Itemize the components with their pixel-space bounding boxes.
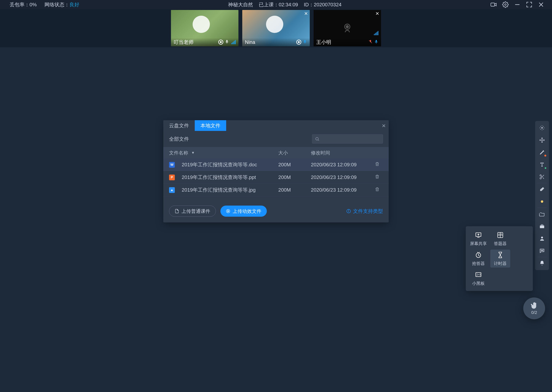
svg-text:A: A (499, 233, 500, 235)
upload-plain-button[interactable]: 上传普通课件 (169, 206, 216, 217)
timer-icon (496, 251, 504, 259)
close-icon[interactable]: × (382, 122, 386, 129)
quiz-icon: AB (496, 231, 504, 239)
col-header-name[interactable]: 文件名称▼ (169, 150, 278, 156)
toolbox-tool[interactable] (536, 220, 548, 232)
filetype-icon: ▲ (169, 187, 175, 193)
settings-icon[interactable] (502, 1, 509, 8)
tools-popup: 屏幕共享 AB 答题器 抢答器 计时器 2+3 小黑板 (466, 226, 533, 291)
color-tool[interactable] (536, 196, 548, 208)
file-size: 200M (278, 187, 311, 193)
right-tool-rail (535, 121, 549, 270)
tab-local-files[interactable]: 本地文件 (195, 120, 226, 131)
mic-icon (225, 39, 229, 45)
move-tool[interactable] (536, 134, 548, 146)
svg-rect-26 (541, 224, 543, 225)
col-header-time[interactable]: 修改时间 (311, 150, 371, 156)
col-header-size[interactable]: 大小 (278, 150, 311, 156)
text-tool[interactable] (536, 159, 548, 171)
svg-point-17 (349, 210, 349, 210)
filetype-icon: P (169, 175, 175, 180)
svg-rect-25 (540, 225, 544, 228)
eraser-tool[interactable] (536, 183, 548, 196)
search-icon (315, 137, 320, 141)
svg-line-22 (543, 177, 544, 179)
network-status: 网络状态：良好 (44, 1, 79, 8)
file-size: 200M (278, 162, 311, 168)
close-icon[interactable]: × (376, 10, 379, 16)
svg-rect-5 (227, 43, 227, 43)
file-name: 2019年工作汇报情况查询等等.jpg (182, 187, 256, 193)
svg-point-20 (540, 178, 541, 179)
files-tool[interactable] (536, 208, 548, 220)
tool-blackboard[interactable]: 2+3 小黑板 (468, 269, 488, 287)
upload-animated-button[interactable]: 上传动效文件 (220, 206, 267, 217)
tab-cloud-files[interactable]: 云盘文件 (163, 120, 195, 131)
laser-pointer-tool[interactable] (536, 122, 548, 134)
svg-rect-10 (376, 43, 377, 43)
file-time: 2020/06/23 12:09:09 (311, 162, 371, 168)
svg-point-27 (541, 237, 543, 238)
video-name: Nina (245, 39, 296, 45)
pen-tool[interactable] (536, 146, 548, 159)
tool-quiz[interactable]: AB 答题器 (490, 230, 510, 248)
top-status-bar: 丢包率：0% 网络状态：良好 神秘大自然 已上课：02:34:09 ID：202… (0, 0, 552, 9)
svg-point-24 (541, 200, 543, 203)
raise-hand-button[interactable]: 0/2 (523, 297, 545, 319)
all-files-label: 全部文件 (169, 136, 308, 142)
delete-icon[interactable] (375, 162, 380, 168)
bell-tool[interactable] (536, 257, 548, 269)
file-name: 2019年工作汇报情况查询等等.doc (182, 161, 257, 168)
users-tool[interactable] (536, 232, 548, 245)
tool-screen-share[interactable]: 屏幕共享 (468, 230, 488, 248)
video-tile-student[interactable]: × Nina (242, 10, 310, 46)
hand-icon (530, 302, 538, 310)
scissors-tool[interactable] (536, 171, 548, 183)
file-row[interactable]: P 2019年工作汇报情况查询等等.ppt 200M 2020/06/23 12… (163, 171, 389, 184)
video-name: 王小明 (316, 39, 368, 46)
packet-loss: 丢包率：0% (10, 1, 37, 8)
file-name: 2019年工作汇报情况查询等等.ppt (182, 174, 256, 181)
search-input[interactable] (312, 134, 383, 144)
delete-icon[interactable] (375, 187, 380, 193)
blackboard-icon: 2+3 (474, 271, 483, 279)
close-icon[interactable]: × (304, 10, 308, 16)
document-icon (174, 209, 179, 213)
camera-on-icon (218, 40, 223, 45)
video-tile-teacher[interactable]: 叮当老师 (171, 10, 239, 46)
file-dialog: 云盘文件 本地文件 × 全部文件 文件名称▼ 大小 修改时间 W 2019年工作… (163, 120, 389, 222)
mic-icon (303, 39, 307, 45)
audio-level-icon (231, 40, 236, 44)
camera-on-icon (296, 40, 301, 45)
filetype-icon: W (169, 162, 175, 168)
svg-point-1 (505, 4, 506, 6)
supported-types-link[interactable]: 文件支持类型 (346, 208, 383, 215)
tool-timer[interactable]: 计时器 (490, 250, 510, 268)
close-window-icon[interactable] (538, 1, 544, 8)
info-icon (346, 209, 351, 214)
tool-buzzer[interactable]: 抢答器 (468, 250, 488, 268)
file-time: 2020/06/23 12:09:09 (311, 187, 371, 193)
delete-icon[interactable] (375, 175, 380, 180)
hand-count: 0/2 (531, 310, 537, 315)
svg-point-11 (316, 137, 318, 140)
file-row[interactable]: ▲ 2019年工作汇报情况查询等等.jpg 200M 2020/06/23 12… (163, 184, 389, 196)
buzzer-icon (474, 251, 483, 259)
play-circle-icon (226, 209, 230, 213)
fullscreen-icon[interactable] (526, 1, 532, 8)
file-row[interactable]: W 2019年工作汇报情况查询等等.doc 200M 2020/06/23 12… (163, 159, 389, 171)
screen-share-icon (474, 231, 483, 239)
sort-desc-icon: ▼ (191, 151, 195, 155)
svg-point-19 (540, 175, 541, 176)
video-tile-student[interactable]: × 王小明 (313, 10, 381, 46)
chat-tool[interactable] (536, 245, 548, 257)
svg-rect-0 (491, 3, 495, 6)
mic-muted-icon (368, 39, 373, 45)
record-icon[interactable] (490, 1, 497, 8)
svg-point-8 (346, 25, 349, 28)
svg-rect-6 (305, 43, 305, 43)
svg-point-18 (542, 127, 543, 128)
video-name: 叮当老师 (174, 39, 218, 46)
room-title: 神秘大自然 (228, 1, 253, 8)
minimize-icon[interactable] (514, 1, 521, 8)
